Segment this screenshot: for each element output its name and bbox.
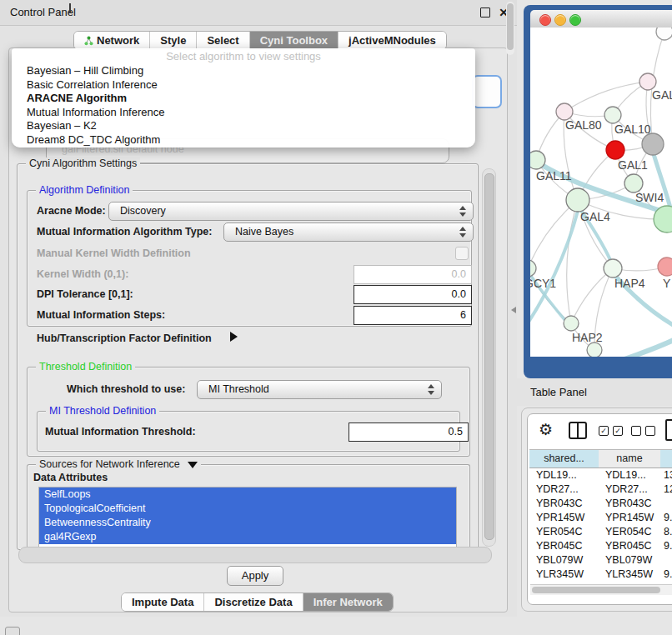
algorithm-option-bayesian-hill-climbing[interactable]: Bayesian – Hill Climbing xyxy=(15,64,472,78)
node-n0[interactable] xyxy=(656,28,672,40)
node-hap2[interactable] xyxy=(564,316,579,331)
settings-scrollbar[interactable] xyxy=(482,168,496,547)
network-edge xyxy=(571,268,613,323)
table-row[interactable]: YER054CYER054C8. xyxy=(529,525,672,539)
float-window-icon[interactable] xyxy=(480,8,490,18)
select-all-checkboxes-icon[interactable]: ✓ ✓ xyxy=(599,426,623,436)
node-label-gal4: GAL4 xyxy=(580,210,610,223)
settings-scrollbar-thumb[interactable] xyxy=(484,173,494,540)
tab-label: Infer Network xyxy=(313,596,383,608)
kernel-width-field[interactable]: 0.0 xyxy=(354,265,472,284)
network-window-titlebar[interactable] xyxy=(530,10,672,28)
dpi-tolerance-field[interactable]: 0.0 xyxy=(354,285,472,304)
table-scrollbar-thumb[interactable] xyxy=(532,587,660,593)
deselect-all-checkboxes-icon[interactable] xyxy=(631,426,655,436)
node-gal4[interactable] xyxy=(566,188,589,212)
table-row[interactable]: YDR27...YDR27...12 xyxy=(529,482,672,497)
mi-threshold-label: Mutual Information Threshold: xyxy=(45,426,196,438)
aracne-mode-combo[interactable]: Discovery xyxy=(108,202,474,221)
node-gal80[interactable] xyxy=(556,103,573,120)
algorithm-option-dream8-dc-tdc-algorithm[interactable]: Dream8 DC_TDC Algorithm xyxy=(15,133,472,148)
table-cell: YBL079W xyxy=(605,553,660,568)
tab-label: jActiveMNodules xyxy=(349,34,436,47)
attribute-item-gal4rgexp[interactable]: gal4RGexp xyxy=(39,530,456,544)
table-row[interactable]: YBR045CYBR045C9. xyxy=(529,539,672,553)
tab-label: Select xyxy=(207,34,238,47)
node-swi4[interactable] xyxy=(624,174,643,192)
mi-type-combo[interactable]: Naive Bayes xyxy=(223,222,474,242)
inference-algorithm-combo-fragment[interactable] xyxy=(472,75,502,108)
table-horizontal-scrollbar[interactable] xyxy=(530,584,672,595)
column-header-name[interactable]: name xyxy=(599,449,661,468)
tab-label: Network xyxy=(97,34,139,47)
attribute-item-topologicalcoefficient[interactable]: TopologicalCoefficient xyxy=(39,502,456,516)
attribute-item-betweennesscentrality[interactable]: BetweennessCentrality xyxy=(39,516,456,530)
partial-corner-button[interactable] xyxy=(5,627,20,635)
node-n14[interactable] xyxy=(587,342,602,357)
tab-jactivemnodules[interactable]: jActiveMNodules xyxy=(339,32,446,49)
attributes-scrollbar[interactable] xyxy=(506,2,514,55)
apply-button[interactable]: Apply xyxy=(227,566,283,586)
attributes-scrollbar-thumb[interactable] xyxy=(507,3,514,50)
attribute-item-selfloops[interactable]: SelfLoops xyxy=(39,488,456,502)
sources-collapse-arrow-icon[interactable] xyxy=(188,462,198,468)
which-threshold-value: MI Threshold xyxy=(208,383,269,395)
node-hap4[interactable] xyxy=(604,259,622,278)
node-y[interactable] xyxy=(658,258,672,276)
node-gcy1[interactable] xyxy=(530,260,536,277)
column-header-clipped[interactable] xyxy=(660,449,672,468)
tab-discretize-data[interactable]: Discretize Data xyxy=(204,593,303,611)
document-icon[interactable] xyxy=(665,419,672,441)
node-label-gcy1: GCY1 xyxy=(530,277,556,290)
tab-label: Cyni Toolbox xyxy=(260,34,328,47)
cyni-settings-group-title: Cyni Algorithm Settings xyxy=(26,158,140,169)
node-gray[interactable] xyxy=(642,133,664,155)
mac-zoom-button[interactable] xyxy=(569,14,581,26)
table-cell: YBL079W xyxy=(536,553,596,568)
tab-style[interactable]: Style xyxy=(150,32,197,49)
unchecked-box-icon xyxy=(631,426,641,436)
algorithm-option-aracne-algorithm[interactable]: ARACNE Algorithm xyxy=(15,92,472,106)
combo-arrows-icon xyxy=(428,383,434,396)
tab-network[interactable]: Network xyxy=(74,32,150,49)
mi-threshold-field[interactable]: 0.5 xyxy=(349,422,469,442)
node-gal10[interactable] xyxy=(604,107,621,123)
table-row[interactable]: YBR043CYBR043C xyxy=(529,497,672,511)
gear-icon[interactable]: ⚙ xyxy=(539,420,553,438)
table-row[interactable]: YBL079WYBL079W xyxy=(529,553,672,568)
tab-label: Style xyxy=(160,34,186,47)
algorithm-option-bayesian-k2[interactable]: Bayesian – K2 xyxy=(15,119,472,133)
table-cell: YLR345W xyxy=(605,568,660,582)
table-row[interactable]: YLR345WYLR345W9. xyxy=(529,568,672,582)
node-gal11[interactable] xyxy=(530,151,545,169)
network-canvas[interactable]: GALGAL80GAL10GAL1SWI4GAL11GAL4GCY1HAP4YH… xyxy=(530,28,672,357)
table-cell: 9. xyxy=(664,511,672,525)
dpi-tolerance-label: DPI Tolerance [0,1]: xyxy=(37,288,133,300)
hub-expand-arrow-icon[interactable] xyxy=(230,332,238,342)
node-label-gal80: GAL80 xyxy=(565,118,602,132)
mi-steps-field[interactable]: 6 xyxy=(354,306,472,325)
algorithm-definition-title: Algorithm Definition xyxy=(36,184,133,196)
table-row[interactable]: YDL19...YDL19...13 xyxy=(529,468,672,482)
table-row[interactable]: YPR145WYPR145W9. xyxy=(529,511,672,525)
node-gal1[interactable] xyxy=(606,141,624,159)
node-label-hap2: HAP2 xyxy=(572,331,603,344)
algorithm-option-basic-correlation-inference[interactable]: Basic Correlation Inference xyxy=(15,78,472,92)
sources-title-text: Sources for Network Inference xyxy=(39,458,180,470)
tab-cyni-toolbox[interactable]: Cyni Toolbox xyxy=(250,32,339,49)
manual-kernel-checkbox[interactable] xyxy=(455,247,469,260)
mac-close-button[interactable] xyxy=(539,14,551,26)
mac-minimize-button[interactable] xyxy=(554,14,566,26)
tab-infer-network[interactable]: Infer Network xyxy=(303,593,393,611)
tab-select[interactable]: Select xyxy=(197,32,249,49)
which-threshold-combo[interactable]: MI Threshold xyxy=(197,380,442,399)
panel-collapse-arrow-icon[interactable] xyxy=(511,307,516,313)
column-header-shared[interactable]: shared... xyxy=(529,449,599,468)
columns-icon[interactable] xyxy=(569,422,587,439)
screen: Control Panel ✕ galFiltered.sif default … xyxy=(0,0,672,635)
algorithm-option-mutual-information-inference[interactable]: Mutual Information Inference xyxy=(15,106,472,120)
data-attributes-list[interactable]: SelfLoopsTopologicalCoefficientBetweenne… xyxy=(38,487,457,548)
tab-impute-data[interactable]: Impute Data xyxy=(122,593,204,611)
aracne-mode-label: Aracne Mode: xyxy=(37,205,106,217)
node-gal[interactable] xyxy=(639,73,656,90)
